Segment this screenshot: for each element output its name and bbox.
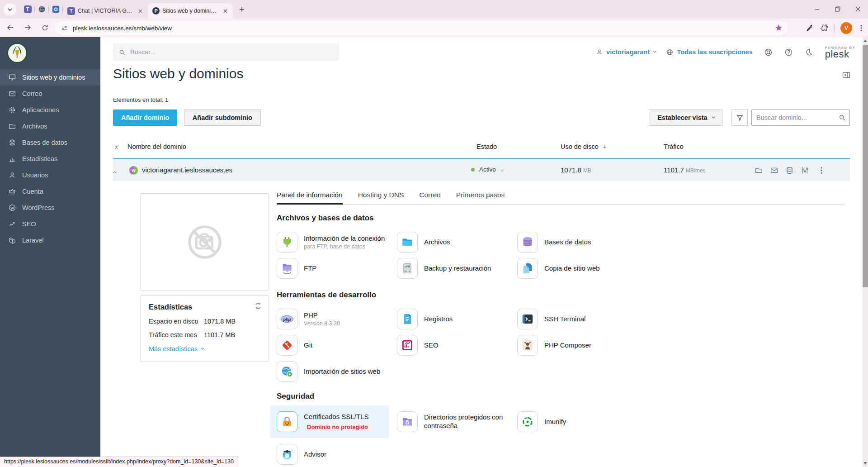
tool-backup[interactable]: Backup y restauración <box>397 255 517 281</box>
refresh-stats-button[interactable] <box>254 302 262 310</box>
back-button[interactable] <box>4 21 17 34</box>
sidebar-item-usuarios[interactable]: Usuarios <box>0 167 100 183</box>
tab-hosting-dns[interactable]: Hosting y DNS <box>358 191 404 204</box>
sidebar-item-cuenta[interactable]: Cuenta <box>0 183 100 200</box>
help-icon[interactable] <box>784 48 793 57</box>
tool-label[interactable]: Backup y restauración <box>424 264 491 273</box>
browser-tab-plesk[interactable]: P Sitios web y dominios - IES los S <box>148 3 233 19</box>
pinned-tab-app[interactable] <box>49 3 62 16</box>
sidebar-item-wordpress[interactable]: WordPress <box>0 200 100 216</box>
domain-search-input[interactable] <box>751 110 850 126</box>
subscriptions-link[interactable]: Todas las suscripciones <box>666 48 752 56</box>
browser-menu-kebab-icon[interactable] <box>858 24 864 32</box>
tool-label[interactable]: Registros <box>424 315 453 324</box>
tool-php-composer[interactable]: PHP Composer <box>517 332 637 358</box>
mail-icon[interactable] <box>770 166 778 175</box>
page-scrollbar[interactable] <box>863 37 868 467</box>
tool-bases-de-datos[interactable]: Bases de datos <box>517 229 637 255</box>
forward-button[interactable] <box>21 21 34 34</box>
tool-label[interactable]: Bases de datos <box>544 238 591 247</box>
minimize-button[interactable] <box>807 0 827 18</box>
settings-sliders-icon[interactable] <box>801 166 809 175</box>
tab-panel-informacion[interactable]: Panel de información <box>277 191 343 205</box>
tool-label[interactable]: Información de la conexión <box>304 234 385 243</box>
tool-label[interactable]: Archivos <box>424 238 450 247</box>
sidebar-item-aplicaciones[interactable]: Aplicaciones <box>0 102 100 118</box>
tool-registros[interactable]: Registros <box>397 306 517 332</box>
tab-search-button[interactable] <box>4 3 16 16</box>
tool-label[interactable]: Copia de sitio web <box>544 264 600 273</box>
tool-label[interactable]: Importación de sitios web <box>304 367 380 376</box>
tool-ssh-terminal[interactable]: SSH Terminal <box>517 306 637 332</box>
add-subdomain-button[interactable]: Añadir subdominio <box>184 110 261 126</box>
bookmark-star-button[interactable] <box>774 24 783 32</box>
pinned-tab-globe[interactable] <box>35 3 48 16</box>
user-menu[interactable]: victoriagarant <box>596 48 655 56</box>
filter-button[interactable] <box>731 110 748 126</box>
tool-advisor[interactable]: Advisor <box>277 438 397 467</box>
scrollbar-down-arrow[interactable] <box>863 460 868 467</box>
sidebar-item-seo[interactable]: SEO <box>0 216 100 232</box>
sidebar-item-bases-de-datos[interactable]: Bases de datos <box>0 134 100 151</box>
domain-search[interactable] <box>751 110 850 126</box>
column-header-traffic[interactable]: Tráfico <box>664 143 684 150</box>
tool-label[interactable]: Advisor <box>304 450 326 459</box>
restore-button[interactable] <box>827 0 848 18</box>
tool-imunify[interactable]: Imunify <box>517 405 637 438</box>
tab-correo[interactable]: Correo <box>419 191 440 204</box>
tool-label[interactable]: SSH Terminal <box>544 315 585 324</box>
tool-copia-sitio[interactable]: Copia de sitio web <box>517 255 637 281</box>
domain-row[interactable]: W victoriagarant.ieslossauces.es Activo … <box>113 158 850 181</box>
domain-name-link[interactable]: victoriagarant.ieslossauces.es <box>142 166 232 174</box>
scrollbar-thumb[interactable] <box>863 45 868 287</box>
tool-importacion-sitios[interactable]: Importación de sitios web <box>277 358 397 385</box>
eyedropper-icon[interactable] <box>806 24 814 32</box>
tool-ssl-certificates[interactable]: Certificados SSL/TLS Dominio no protegid… <box>270 405 389 438</box>
scrollbar-up-arrow[interactable] <box>863 37 868 44</box>
sidebar-item-estadisticas[interactable]: Estadísticas <box>0 151 100 167</box>
tool-label[interactable]: FTP <box>304 264 316 273</box>
tab-close-button[interactable] <box>221 7 229 15</box>
tool-label[interactable]: PHP Composer <box>544 341 591 350</box>
sidebar-item-laravel[interactable]: Laravel <box>0 232 100 248</box>
tab-close-button[interactable] <box>136 7 144 15</box>
tool-connection-info[interactable]: Información de la conexión para FTP, bas… <box>277 229 397 255</box>
tool-label[interactable]: Certificados SSL/TLS <box>304 413 371 421</box>
database-icon[interactable] <box>785 166 794 175</box>
tool-label[interactable]: Directorios protegidos con contraseña <box>424 413 512 430</box>
tool-label[interactable]: Git <box>304 341 312 350</box>
url-bar[interactable]: plesk.ieslossauces.es/smb/web/view <box>55 21 788 35</box>
column-header-disk[interactable]: Uso de disco <box>561 143 608 150</box>
reload-button[interactable] <box>38 21 52 34</box>
column-header-status[interactable]: Estado <box>476 143 497 150</box>
school-logo[interactable] <box>0 37 100 67</box>
tool-php[interactable]: php PHP Versión 8.3.30 <box>277 306 397 332</box>
lifering-icon[interactable] <box>764 48 773 57</box>
dark-mode-moon-icon[interactable] <box>804 48 813 57</box>
sidebar-item-archivos[interactable]: Archivos <box>0 118 100 134</box>
tool-git[interactable]: Git <box>277 332 397 358</box>
tab-primeros-pasos[interactable]: Primeros pasos <box>456 191 505 204</box>
collapse-all-button[interactable] <box>113 144 120 151</box>
browser-tab-chat[interactable]: T Chat | VICTORIA GARCÍA ANTÓ <box>63 3 148 19</box>
tool-label[interactable]: PHP <box>304 311 340 320</box>
tool-archivos[interactable]: Archivos <box>397 229 517 255</box>
files-icon[interactable] <box>755 166 763 175</box>
sidebar-item-correo[interactable]: Correo <box>0 86 100 102</box>
more-stats-link[interactable]: Más estadísticas <box>149 345 260 353</box>
panel-toggle-button[interactable] <box>842 71 851 80</box>
domain-status[interactable]: Activo <box>471 166 503 173</box>
column-header-domain[interactable]: Nombre del dominio <box>127 143 186 150</box>
row-collapse-button[interactable] <box>114 167 117 175</box>
profile-avatar[interactable]: V <box>840 22 852 34</box>
tool-ftp[interactable]: FTP <box>277 255 397 281</box>
row-menu-kebab-icon[interactable] <box>818 167 825 174</box>
set-view-button[interactable]: Establecer vista <box>649 110 722 126</box>
tool-label[interactable]: Imunify <box>544 418 566 426</box>
new-tab-button[interactable] <box>236 3 248 16</box>
tool-protected-directories[interactable]: Directorios protegidos con contraseña <box>397 405 517 438</box>
close-window-button[interactable] <box>848 0 868 18</box>
tool-label[interactable]: SEO <box>424 341 439 350</box>
extensions-puzzle-icon[interactable] <box>820 24 828 32</box>
search-input[interactable] <box>130 48 334 56</box>
